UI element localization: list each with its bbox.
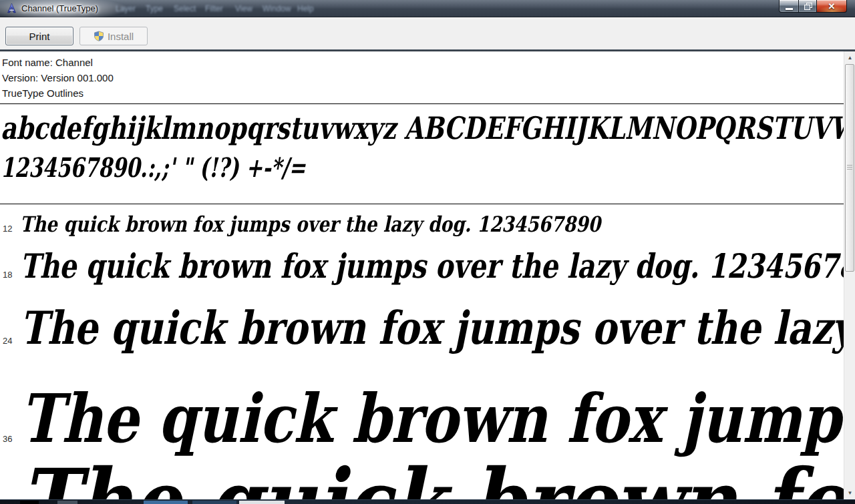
- background-menu-type: Type: [146, 4, 163, 13]
- window-controls: ✕: [780, 0, 847, 13]
- font-version-line: Version: Version 001.000: [2, 70, 114, 85]
- vertical-scrollbar[interactable]: ▲ ▼: [844, 51, 855, 504]
- divider-line: [0, 204, 844, 204]
- window-title: Channel (TrueType): [21, 0, 98, 17]
- size-label: 18: [0, 270, 20, 280]
- sample-row-18pt: 18 The quick brown fox jumps over the la…: [0, 250, 844, 283]
- size-label: 24: [0, 336, 20, 346]
- background-menu-select: Select: [174, 4, 196, 13]
- numerals-sample-row: 1234567890.:,;' " (!?) +-*/=: [1, 154, 407, 181]
- sample-row-partial: The quick brown fox jumps over the lazy …: [0, 457, 844, 504]
- sample-row-12pt: 12 The quick brown fox jumps over the la…: [0, 214, 844, 235]
- taskbar-edge: [0, 499, 855, 504]
- pangram-sample-18pt: The quick brown fox jumps over the lazy …: [20, 250, 844, 283]
- restore-icon: [804, 3, 812, 9]
- font-viewer-icon: [6, 3, 17, 14]
- pangram-sample-24pt: The quick brown fox jumps over the lazy …: [20, 305, 844, 350]
- font-preview-pane: Font name: Channel Version: Version 001.…: [0, 51, 844, 504]
- print-button-label: Print: [29, 31, 50, 42]
- background-menu-filter: Filter: [205, 4, 223, 13]
- sample-row-24pt: 24 The quick brown fox jumps over the la…: [0, 305, 844, 350]
- taskbar-segment[interactable]: [57, 501, 77, 504]
- font-info-block: Font name: Channel Version: Version 001.…: [2, 55, 114, 101]
- taskbar-segment[interactable]: [192, 501, 236, 504]
- restore-button[interactable]: [798, 0, 817, 13]
- divider-line: [0, 103, 844, 104]
- background-menu-window: Window: [263, 4, 291, 13]
- minimize-button[interactable]: [779, 0, 799, 13]
- taskbar-segment[interactable]: [239, 501, 285, 504]
- taskbar-segment[interactable]: [144, 501, 188, 504]
- scroll-down-button[interactable]: ▼: [844, 487, 855, 499]
- chevron-up-icon: ▲: [848, 55, 853, 61]
- scrollbar-grip-icon: [847, 165, 852, 170]
- size-label: 36: [0, 434, 20, 444]
- numerals-sample: 1234567890.:,;' " (!?) +-*/=: [1, 154, 305, 181]
- alphabet-sample-row: abcdefghijklmnopqrstuvwxyz ABCDEFGHIJKLM…: [1, 113, 844, 144]
- titlebar[interactable]: Channel (TrueType) Layer Type Select Fil…: [0, 0, 855, 17]
- install-button-label: Install: [108, 31, 134, 42]
- uac-shield-icon: [94, 31, 104, 41]
- background-menu-help: Help: [297, 4, 314, 13]
- sample-row-36pt: 36 The quick brown fox jumps over the la…: [0, 385, 844, 452]
- scrollbar-thumb[interactable]: [845, 64, 854, 272]
- pangram-sample-36pt: The quick brown fox jumps over the lazy …: [20, 385, 844, 452]
- taskbar-segment[interactable]: [20, 501, 39, 504]
- alphabet-sample: abcdefghijklmnopqrstuvwxyz ABCDEFGHIJKLM…: [1, 113, 844, 144]
- minimize-icon: [786, 8, 793, 10]
- chevron-down-icon: ▼: [848, 490, 853, 496]
- scroll-up-button[interactable]: ▲: [844, 52, 855, 63]
- pangram-sample-12pt: The quick brown fox jumps over the lazy …: [20, 214, 601, 235]
- font-outlines-line: TrueType Outlines: [2, 85, 114, 101]
- background-menu-view: View: [235, 4, 252, 13]
- background-menu-layer: Layer: [116, 4, 136, 13]
- print-button[interactable]: Print: [5, 27, 73, 45]
- pangram-sample-partial: The quick brown fox jumps over the lazy …: [20, 457, 844, 504]
- toolbar: Print Install: [0, 17, 855, 49]
- size-label: 12: [0, 224, 20, 234]
- install-button[interactable]: Install: [79, 27, 148, 45]
- close-icon: ✕: [828, 1, 836, 12]
- font-viewer-window: Channel (TrueType) Layer Type Select Fil…: [0, 0, 855, 504]
- close-button[interactable]: ✕: [816, 0, 847, 13]
- font-name-line: Font name: Channel: [2, 55, 114, 70]
